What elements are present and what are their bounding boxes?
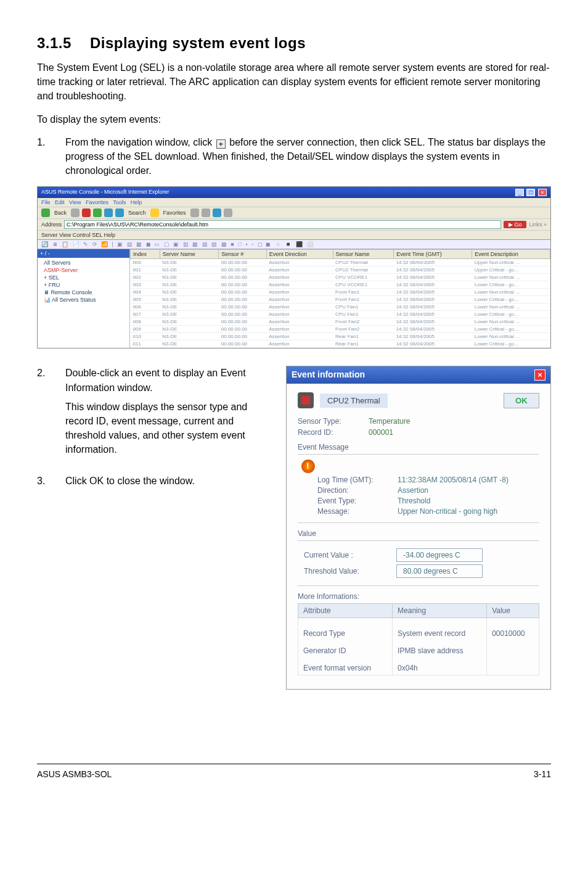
stop-icon[interactable] [82,208,91,217]
table-row[interactable]: 006N3-DE00.00.00.00AssertionCPU Fan114:3… [131,303,550,311]
col-attribute: Attribute [298,604,393,618]
table-row[interactable]: 010N3-DE00.00.00.00AssertionRear Fan114:… [131,333,550,340]
event-message-block: Log Time (GMT):11:32:38AM 2005/08/14 (GM… [298,454,539,523]
tree-sel[interactable]: SEL [49,274,59,281]
sel-window: ASUS Remote Console - Microsoft Internet… [37,186,551,349]
more-info-table: Attribute Meaning Value Record Type Gene… [298,603,539,675]
col-meaning: Meaning [393,604,487,618]
navigation-tree: + / - All Servers ASMP-Server + SEL + FR… [38,249,130,348]
event-info-dialog: Event information × CPU2 Thermal OK Sens… [286,366,551,690]
col-time[interactable]: Event Time (GMT) [394,250,472,259]
search-button[interactable]: Search [126,209,148,217]
current-value: -34.00 degrees C [396,548,483,562]
menu-view[interactable]: View [69,199,81,205]
mail-icon[interactable] [202,208,210,217]
favorites-button[interactable]: Favorites [161,209,188,217]
app-menubar[interactable]: Server View Control SEL Help [38,231,550,240]
event-type-value: Threshold [398,497,430,505]
print-icon[interactable] [213,208,221,217]
threshold-value: 80.00 degrees C [396,564,483,578]
address-label: Address [41,221,62,228]
window-title: ASUS Remote Console - Microsoft Internet… [41,189,169,196]
step-3: 3. Click OK to close the window. [37,474,267,488]
lead-paragraph: To display the sytem events: [37,112,551,126]
tree-server[interactable]: ASMP-Server [44,266,127,274]
log-time-value: 11:32:38AM 2005/08/14 (GMT -8) [398,476,508,484]
back-icon[interactable] [41,208,50,217]
col-direction[interactable]: Event Direction [266,250,333,259]
cpu-chip-icon [298,392,314,408]
table-row[interactable]: 001N3-DE00.00.00.00AssertionCPU2 Thermal… [131,266,550,274]
close-icon[interactable]: × [534,369,545,381]
tree-all-servers[interactable]: All Servers [44,259,127,266]
step-2-detail: This window displays the sensor type and… [65,400,267,457]
table-row[interactable]: 003N3-DE00.00.00.00AssertionCPU VCORE114… [131,281,550,289]
browser-toolbar: Back Search Favorites [38,207,550,219]
record-id-label: Record ID: [298,428,369,437]
sel-table: Index Server Name Sensor # Event Directi… [130,249,550,348]
plus-icon: + [216,139,226,149]
search-icon[interactable] [115,208,124,217]
section-number: 3.1.5 [37,35,71,51]
close-icon[interactable]: × [538,189,547,196]
menu-favorites[interactable]: Favorites [86,199,108,205]
go-button[interactable]: ▶ Go [504,221,527,228]
window-titlebar: ASUS Remote Console - Microsoft Internet… [38,187,550,198]
table-row[interactable]: 009N3-DE00.00.00.00AssertionFront Fan214… [131,326,550,333]
history-icon[interactable] [190,208,199,217]
footer-right: 3-11 [534,769,551,779]
sensor-name-header: CPU2 Thermal [320,394,388,408]
forward-icon[interactable] [71,208,80,217]
table-row[interactable]: 005N3-DE00.00.00.00AssertionFront Fan114… [131,296,550,303]
record-id-value: 000001 [369,428,393,437]
menu-bar: File Edit View Favorites Tools Help [38,198,550,207]
table-row[interactable]: 004N3-DE00.00.00.00AssertionFront Fan114… [131,289,550,296]
refresh-icon[interactable] [93,208,102,217]
dialog-titlebar: Event information × [287,366,550,384]
more-info-heading: More Informations: [298,592,539,601]
maximize-icon[interactable]: □ [526,189,535,196]
section-heading: 3.1.5Displaying system event logs [37,35,551,52]
direction-value: Assertion [398,486,428,495]
favorites-icon[interactable] [150,208,159,217]
tree-status[interactable]: 📊 All Servers Status [44,296,127,303]
table-row[interactable]: 000N3-DE00.00.00.00AssertionCPU2 Thermal… [131,259,550,266]
step-1: 1. From the navigation window, click + b… [37,135,551,178]
table-row: Record Type Generator ID Event format ve… [298,618,539,675]
value-heading: Value [298,529,539,538]
value-block: Current Value : -34.00 degrees C Thresho… [298,540,539,586]
col-sensor-num[interactable]: Sensor # [219,250,266,259]
intro-paragraph: The System Event Log (SEL) is a non-vola… [37,60,551,104]
section-title: Displaying system event logs [90,35,306,51]
event-message-heading: Event Message [298,443,539,452]
menu-tools[interactable]: Tools [113,199,126,205]
message-value: Upper Non-critical - going high [398,507,497,516]
col-description[interactable]: Event Description [472,250,550,259]
address-input[interactable] [64,220,501,229]
col-index[interactable]: Index [131,250,160,259]
menu-help[interactable]: Help [131,199,142,205]
back-button[interactable]: Back [52,209,68,217]
address-bar: Address ▶ Go Links » [38,219,550,231]
edit-icon[interactable] [224,208,232,217]
table-row[interactable]: 008N3-DE00.00.00.00AssertionFront Fan214… [131,318,550,326]
tree-fru[interactable]: + FRU [44,281,127,289]
table-row[interactable]: 007N3-DE00.00.00.00AssertionCPU Fan114:3… [131,311,550,318]
minimize-icon[interactable]: _ [515,189,524,196]
dialog-title: Event information [292,369,365,381]
page-footer: ASUS ASMB3-SOL 3-11 [37,764,551,779]
col-server[interactable]: Server Name [160,250,219,259]
step-2: 2. Double-click an event to display an E… [37,366,267,465]
col-value: Value [487,604,539,618]
home-icon[interactable] [104,208,113,217]
app-toolbar[interactable]: 🔄 🖥 📋 📄 ✎ ⟳ 📶 | ▣ ▤ ▦ ◼ ▭ ▢ ▣ ▥ ▦ ▧ ▨ ▩ … [38,240,550,249]
sensor-type-label: Sensor Type: [298,417,369,426]
ok-button[interactable]: OK [504,393,539,408]
menu-edit[interactable]: Edit [55,199,65,205]
warning-icon [301,460,315,473]
menu-file[interactable]: File [41,199,51,205]
table-row[interactable]: 002N3-DE00.00.00.00AssertionCPU VCORE114… [131,274,550,281]
table-row[interactable]: 011N3-DE00.00.00.00AssertionRear Fan114:… [131,340,550,348]
col-sensor-name[interactable]: Sensor Name [333,250,394,259]
tree-remote-console[interactable]: 🖥 Remote Console [44,289,127,296]
